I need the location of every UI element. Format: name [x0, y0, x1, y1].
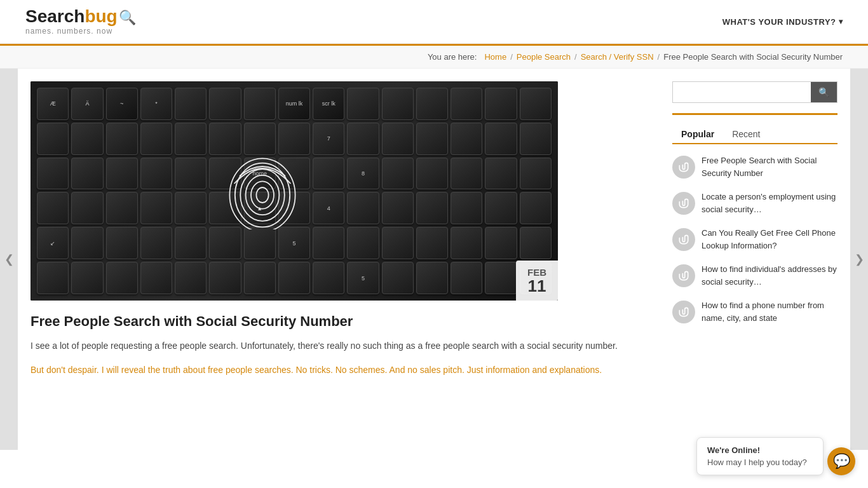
key: [382, 88, 414, 120]
sidebar-item-text-5[interactable]: How to find a phone number from name, ci…: [702, 299, 837, 324]
key: [140, 227, 172, 259]
key: [278, 262, 310, 294]
svg-point-3: [240, 169, 285, 221]
industry-dropdown-button[interactable]: WHAT'S YOUR INDUSTRY?: [722, 17, 843, 27]
article-image: Æ Ä ~ * num lk scr lk: [31, 81, 558, 301]
key: [382, 158, 414, 190]
key: [520, 88, 552, 120]
key: [71, 262, 103, 294]
clip-icon-4: [672, 264, 695, 287]
key: [485, 158, 517, 190]
chat-online-text: We're Online!: [707, 445, 813, 450]
key: [520, 158, 552, 190]
sidebar-search-input[interactable]: [673, 83, 811, 102]
key: [416, 192, 448, 224]
key: [313, 227, 344, 259]
key: [520, 123, 552, 155]
key: scr lk: [313, 88, 344, 120]
svg-point-0: [257, 187, 269, 203]
key: [244, 123, 276, 155]
header: Searchbug🔍 names. numbers. now WHAT'S YO…: [0, 0, 868, 44]
key: [244, 227, 276, 259]
key: [485, 262, 517, 294]
key: [278, 123, 310, 155]
list-item: Can You Really Get Free Cell Phone Looku…: [672, 227, 837, 252]
sidebar-item-text-3[interactable]: Can You Really Get Free Cell Phone Looku…: [702, 227, 837, 252]
key: [416, 262, 448, 294]
date-day: 11: [527, 278, 546, 294]
key: [209, 123, 241, 155]
key: [209, 88, 241, 120]
key: 5: [347, 262, 379, 294]
key: [71, 227, 103, 259]
key: [140, 158, 172, 190]
clip-icon-2: [672, 192, 695, 215]
date-badge: Feb 11: [516, 261, 558, 301]
key: [175, 123, 207, 155]
breadcrumb-prefix: You are here:: [428, 52, 477, 62]
logo[interactable]: Searchbug🔍: [25, 8, 136, 25]
key: Æ: [37, 88, 69, 120]
key: [175, 88, 207, 120]
key: [416, 227, 448, 259]
sidebar-item-text-4[interactable]: How to find individual's addresses by so…: [702, 263, 837, 288]
key: [347, 123, 379, 155]
key: [106, 262, 138, 294]
key: num lk: [278, 88, 310, 120]
sidebar: 🔍 Popular Recent Free People Search with…: [666, 69, 850, 450]
key: [106, 192, 138, 224]
key: [485, 88, 517, 120]
breadcrumb-sep3: /: [574, 52, 577, 62]
key: 4: [313, 192, 344, 224]
content-area: Æ Ä ~ * num lk scr lk: [18, 69, 666, 450]
key: [244, 262, 276, 294]
key: [382, 262, 414, 294]
key: [209, 262, 241, 294]
sidebar-item-text-2[interactable]: Locate a person's employment using socia…: [702, 191, 837, 215]
key: [37, 123, 69, 155]
list-item: Locate a person's employment using socia…: [672, 191, 837, 215]
tab-popular[interactable]: Popular: [672, 125, 723, 143]
logo-area: Searchbug🔍 names. numbers. now: [25, 8, 136, 36]
right-arrow[interactable]: ❯: [850, 69, 868, 450]
left-arrow[interactable]: ❮: [0, 69, 18, 450]
article-title: Free People Search with Social Security …: [31, 313, 647, 330]
sidebar-item-text-1[interactable]: Free People Search with Social Security …: [702, 154, 837, 179]
sidebar-list: Free People Search with Social Security …: [672, 154, 837, 324]
key: [382, 192, 414, 224]
key: [37, 158, 69, 190]
key: Ä: [71, 88, 103, 120]
key: [37, 262, 69, 294]
chat-widget: We're Online! How may I help you today?: [696, 437, 824, 450]
key: [382, 123, 414, 155]
key: [416, 158, 448, 190]
main-layout: ❮ Æ Ä ~ * num lk scr: [0, 69, 868, 450]
sidebar-tabs: Popular Recent: [672, 125, 837, 144]
breadcrumb-home[interactable]: Home: [484, 52, 506, 62]
nav-area: WHAT'S YOUR INDUSTRY?: [722, 17, 843, 27]
breadcrumb-people-search[interactable]: People Search: [517, 52, 571, 62]
key: [451, 158, 482, 190]
breadcrumb-sep4: /: [658, 52, 660, 62]
breadcrumb-ssn[interactable]: Search / Verify SSN: [581, 52, 654, 62]
sidebar-search-button[interactable]: 🔍: [811, 82, 837, 102]
logo-tagline: names. numbers. now: [25, 27, 136, 36]
logo-highlight: bug: [85, 6, 117, 26]
key: [175, 262, 207, 294]
key: [209, 227, 241, 259]
key: [416, 88, 448, 120]
svg-point-1: [251, 181, 274, 208]
tab-recent[interactable]: Recent: [723, 125, 769, 143]
key: 5: [278, 227, 310, 259]
key: [451, 227, 482, 259]
key: [347, 227, 379, 259]
key: ↙: [37, 227, 69, 259]
key: [37, 192, 69, 224]
key: 8: [347, 158, 379, 190]
key: [175, 158, 207, 190]
key: [313, 262, 344, 294]
fingerprint-image: [224, 153, 301, 229]
key: 7: [313, 123, 344, 155]
clip-icon-3: [672, 228, 695, 251]
key: ~: [106, 88, 138, 120]
